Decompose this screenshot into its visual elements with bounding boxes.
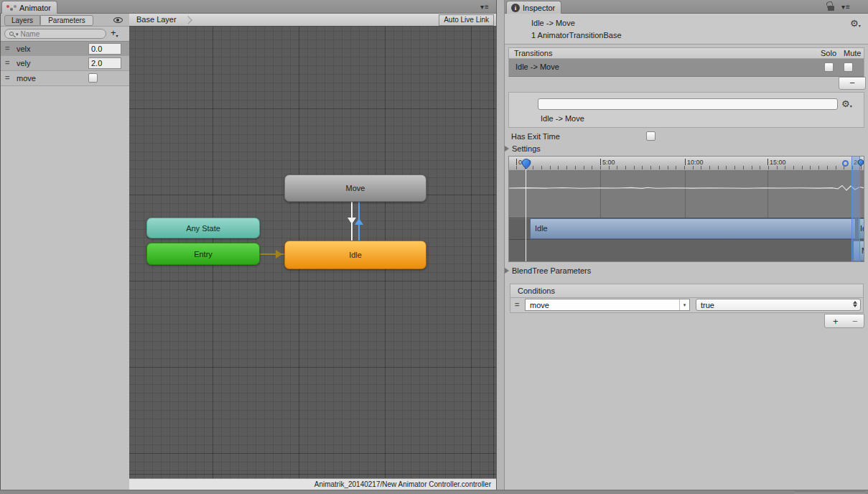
search-icon — [9, 32, 14, 36]
gear-icon[interactable]: ⚙▾ — [841, 99, 852, 108]
state-node-idle[interactable]: Idle — [284, 241, 426, 269]
ruler-label: 5:00 — [602, 159, 615, 166]
timeline-ruler[interactable]: 0:00 5:00 10:00 15:00 20:00 — [509, 157, 864, 171]
mute-column-label: Mute — [844, 49, 861, 57]
has-exit-time-label: Has Exit Time — [511, 132, 560, 141]
condition-parameter-dropdown[interactable]: move ▾ — [525, 299, 690, 311]
condition-buttons-bar: + − — [824, 314, 864, 328]
parameter-search-field[interactable]: ▾ — [4, 29, 106, 39]
solo-column-label: Solo — [821, 49, 836, 57]
parameter-row-velx[interactable]: = velx — [1, 41, 130, 56]
settings-foldout[interactable]: Settings — [512, 144, 541, 153]
eye-icon[interactable] — [113, 17, 123, 23]
inspector-tab-label: Inspector — [523, 4, 555, 12]
search-input[interactable] — [21, 30, 93, 38]
inspector-panel-menu-icon[interactable]: ▾≡ — [841, 3, 851, 11]
graph-breadcrumb-bar: Base Layer Auto Live Link — [129, 14, 496, 27]
state-clip-idle[interactable]: Idle — [530, 218, 856, 239]
search-filter-caret-icon: ▾ — [16, 32, 19, 37]
state-node-any-state[interactable]: Any State — [146, 218, 260, 238]
remove-transition-button[interactable]: − — [839, 77, 866, 90]
tab-animator[interactable]: Animator — [1, 1, 57, 14]
arrow-right-icon — [276, 250, 282, 258]
transition-row-label: Idle -> Move — [515, 62, 559, 71]
state-machine-graph-panel: Base Layer Auto Live Link Move Any State… — [129, 14, 496, 490]
transition-title: Idle -> Move — [531, 19, 575, 27]
drag-handle-icon[interactable]: = — [5, 44, 9, 52]
info-icon: i — [511, 4, 520, 12]
parameter-name: velx — [17, 45, 31, 53]
transition-timeline[interactable]: 0:00 5:00 10:00 15:00 20:00 Idle Idle Mo… — [508, 156, 864, 262]
transitions-header-label: Transitions — [514, 49, 552, 57]
resize-grip[interactable] — [794, 491, 866, 494]
condition-row: = move ▾ true — [510, 298, 864, 313]
parameters-toolbar: Layers Parameters — [1, 14, 130, 27]
parameters-panel: Layers Parameters ▾ +▾ = velx = vely = m… — [0, 14, 129, 490]
destination-state-track — [509, 240, 864, 262]
transitions-section-header: Transitions Solo Mute — [508, 47, 864, 59]
blendtree-parameters-foldout[interactable]: BlendTree Parameters — [512, 266, 591, 275]
graph-canvas[interactable]: Move Any State Entry Idle — [129, 27, 496, 478]
transition-name-label: Idle -> Move — [541, 114, 584, 123]
tab-parameters[interactable]: Parameters — [40, 15, 93, 26]
add-condition-button[interactable]: + — [833, 315, 839, 328]
inspector-panel: i Inspector ▾≡ Idle -> Move 1 AnimatorTr… — [505, 0, 868, 490]
mute-checkbox[interactable] — [844, 62, 853, 72]
parameter-value-input[interactable] — [88, 57, 121, 69]
animator-tab-label: Animator — [19, 4, 51, 12]
parameter-row-vely[interactable]: = vely — [1, 56, 130, 71]
breadcrumb-chevron-icon — [184, 16, 192, 24]
unity-editor-window: Animator ▾≡ Layers Parameters ▾ +▾ = vel… — [0, 0, 868, 494]
foldout-arrow-icon[interactable] — [505, 268, 509, 274]
animator-tab-icon — [6, 5, 17, 11]
conditions-section-header: Conditions — [510, 284, 864, 298]
transition-start-marker-icon[interactable] — [842, 160, 849, 167]
track-lead-in — [509, 219, 530, 240]
window-bottom-edge — [0, 490, 868, 494]
panel-splitter[interactable] — [496, 0, 505, 490]
parameter-name: vely — [17, 59, 31, 67]
foldout-arrow-icon[interactable] — [505, 146, 509, 152]
animator-tabstrip: Animator ▾≡ — [0, 0, 496, 14]
popup-arrows-icon — [853, 301, 857, 307]
parameter-value-input[interactable] — [88, 43, 121, 55]
playhead-line[interactable] — [526, 166, 526, 262]
inspector-tabstrip: i Inspector ▾≡ — [505, 0, 868, 14]
condition-value-dropdown[interactable]: true — [696, 299, 861, 311]
auto-live-link-button[interactable]: Auto Live Link — [439, 14, 494, 26]
state-node-move[interactable]: Move — [284, 174, 426, 202]
tab-inspector[interactable]: i Inspector — [506, 1, 561, 14]
inspector-header: Idle -> Move 1 AnimatorTransitionBase ⚙▾ — [505, 14, 868, 45]
animation-curve — [509, 171, 864, 218]
drag-handle-icon[interactable]: = — [5, 58, 9, 67]
transition-name-panel: ⚙▾ Idle -> Move — [508, 92, 864, 128]
chevron-down-icon: ▾ — [679, 299, 689, 310]
state-node-entry[interactable]: Entry — [146, 243, 260, 265]
add-parameter-button[interactable]: +▾ — [111, 27, 118, 38]
breadcrumb[interactable]: Base Layer — [136, 15, 177, 24]
parameter-search-row: ▾ +▾ — [1, 27, 130, 40]
transition-name-input[interactable] — [538, 98, 838, 110]
parameter-row-move[interactable]: = move — [1, 71, 130, 86]
tab-layers[interactable]: Layers — [4, 15, 40, 26]
conditions-header-label: Conditions — [518, 286, 555, 295]
ruler-minor-ticks — [516, 166, 864, 169]
ruler-label: 10:00 — [687, 159, 704, 166]
drag-handle-icon[interactable]: = — [515, 300, 519, 309]
gear-icon[interactable]: ⚙▾ — [850, 19, 861, 28]
transition-region-band[interactable] — [851, 157, 860, 261]
unlock-icon[interactable] — [828, 6, 834, 11]
animator-panel-menu-icon[interactable]: ▾≡ — [480, 3, 490, 11]
controller-path-statusbar: Animatrik_20140217/New Animator Controll… — [129, 478, 496, 490]
transition-row-selected[interactable]: Idle -> Move — [508, 59, 864, 77]
arrow-up-icon — [355, 218, 363, 225]
remove-condition-button[interactable]: − — [852, 315, 858, 328]
transition-subtitle: 1 AnimatorTransitionBase — [531, 31, 622, 39]
solo-checkbox[interactable] — [824, 62, 834, 72]
parameter-checkbox[interactable] — [88, 73, 98, 83]
drag-handle-icon[interactable]: = — [5, 73, 9, 82]
parameter-name: move — [17, 74, 36, 83]
has-exit-time-checkbox[interactable] — [646, 131, 655, 141]
ruler-label: 15:00 — [770, 159, 786, 166]
